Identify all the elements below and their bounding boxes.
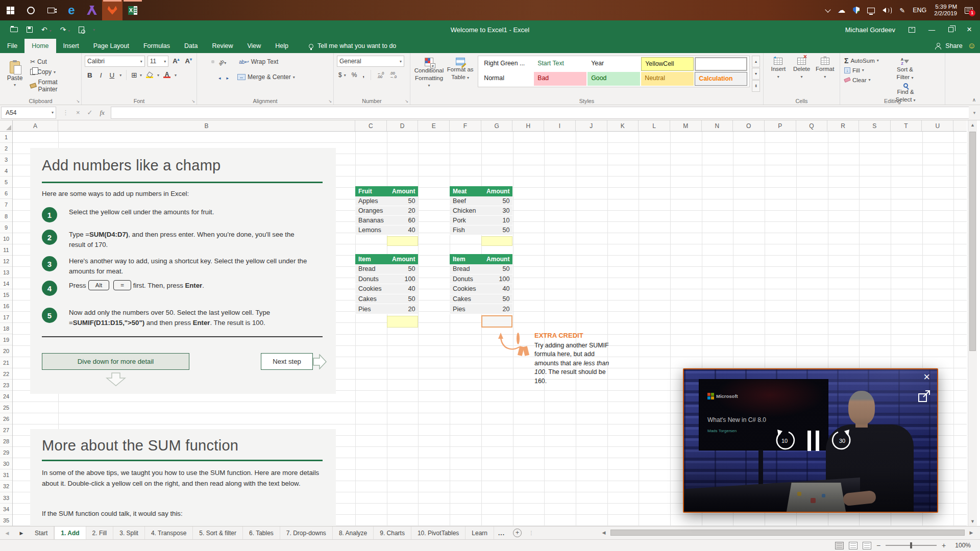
- table-row[interactable]: Beef50: [450, 196, 512, 206]
- row-header[interactable]: 26: [0, 413, 12, 424]
- column-header[interactable]: U: [922, 120, 953, 131]
- ribbon-tab[interactable]: File: [0, 39, 24, 53]
- cell-style[interactable]: Normal: [480, 72, 533, 86]
- open-icon[interactable]: [10, 27, 18, 32]
- visual-studio-button[interactable]: [82, 0, 102, 20]
- row-header[interactable]: 5: [0, 177, 12, 188]
- middle-align-button[interactable]: [206, 60, 209, 63]
- onedrive-icon[interactable]: ☁: [838, 6, 845, 15]
- cell-style[interactable]: [695, 57, 747, 71]
- normal-view-icon[interactable]: [835, 542, 844, 549]
- shrink-font-button[interactable]: A▾: [184, 57, 193, 65]
- page-break-view-icon[interactable]: [863, 542, 871, 549]
- increase-decimal-button[interactable]: ←.0.00: [376, 71, 386, 79]
- row-header[interactable]: 27: [0, 424, 12, 436]
- insert-cells-button[interactable]: Insert▾: [767, 56, 790, 96]
- name-box[interactable]: A54▾: [1, 107, 56, 119]
- accounting-format-button[interactable]: $▾: [337, 71, 348, 79]
- grow-font-button[interactable]: A▴: [171, 57, 181, 65]
- video-overlay[interactable]: Microsoft What's New in C# 8.0 Mads Torg…: [683, 368, 938, 513]
- table-row[interactable]: Cookies40: [450, 284, 512, 294]
- cell-style[interactable]: Bad: [534, 72, 586, 86]
- task-view-button[interactable]: [41, 0, 61, 20]
- fruit-sum-cell[interactable]: [387, 236, 419, 246]
- row-header[interactable]: 7: [0, 199, 12, 210]
- edge-button[interactable]: e: [61, 0, 82, 20]
- cell-style[interactable]: Start Text: [534, 57, 586, 71]
- share-button[interactable]: Share: [935, 39, 967, 53]
- sheet-tab[interactable]: 7. Drop-downs: [280, 527, 333, 539]
- row-header[interactable]: 12: [0, 256, 12, 267]
- zoom-in-icon[interactable]: +: [942, 541, 946, 549]
- column-header[interactable]: C: [355, 120, 387, 131]
- row-header[interactable]: 8: [0, 211, 12, 222]
- dive-down-button[interactable]: Dive down for more detail: [42, 353, 189, 370]
- zoom-slider[interactable]: [886, 545, 937, 546]
- dialog-launcher-icon[interactable]: ↘: [76, 99, 80, 104]
- cut-button[interactable]: ✂Cut: [29, 58, 78, 66]
- column-header[interactable]: B: [58, 120, 355, 131]
- formula-input[interactable]: [111, 107, 969, 119]
- sheet-tab[interactable]: 8. Analyze: [333, 527, 374, 539]
- dialog-launcher-icon[interactable]: ↘: [328, 99, 332, 104]
- clear-button[interactable]: Clear▾: [843, 75, 892, 85]
- table-row[interactable]: Cakes50: [450, 294, 512, 305]
- collapse-ribbon-icon[interactable]: ∧: [972, 97, 976, 103]
- percent-style-button[interactable]: %: [350, 71, 359, 79]
- ribbon-tab[interactable]: Help: [268, 39, 296, 53]
- notification-icon[interactable]: 1: [965, 7, 973, 14]
- close-video-icon[interactable]: ×: [923, 370, 930, 384]
- row-header[interactable]: 6: [0, 188, 12, 199]
- font-family-select[interactable]: Calibri▾: [85, 56, 145, 67]
- clock[interactable]: 5:39 PM2/2/2019: [934, 4, 957, 17]
- row-header[interactable]: 25: [0, 402, 12, 413]
- row-header[interactable]: 9: [0, 222, 12, 233]
- search-button[interactable]: [20, 0, 41, 20]
- column-header[interactable]: Q: [796, 120, 828, 131]
- insert-function-icon[interactable]: fx: [100, 109, 105, 117]
- meat-sum-cell[interactable]: [481, 236, 513, 246]
- zoom-level[interactable]: 100%: [955, 542, 971, 549]
- volume-icon[interactable]: [883, 7, 892, 14]
- table-row[interactable]: Oranges20: [355, 206, 418, 216]
- row-header[interactable]: 24: [0, 391, 12, 402]
- zoom-out-icon[interactable]: −: [876, 541, 880, 549]
- column-header[interactable]: K: [607, 120, 639, 131]
- column-header[interactable]: E: [418, 120, 450, 131]
- row-header[interactable]: 34: [0, 504, 12, 515]
- column-header[interactable]: D: [387, 120, 419, 131]
- row-header[interactable]: 20: [0, 345, 12, 357]
- column-header[interactable]: T: [891, 120, 922, 131]
- bottom-align-button[interactable]: [211, 60, 214, 63]
- row-header[interactable]: 22: [0, 368, 12, 380]
- pause-button[interactable]: [807, 431, 811, 451]
- row-header[interactable]: 18: [0, 323, 12, 334]
- paste-button[interactable]: Paste▾: [3, 56, 27, 92]
- row-header[interactable]: 32: [0, 481, 12, 492]
- table-row[interactable]: Lemons40: [355, 226, 418, 235]
- row-header[interactable]: 19: [0, 334, 12, 345]
- enter-icon[interactable]: ✓: [87, 109, 93, 116]
- column-header[interactable]: N: [702, 120, 733, 131]
- row-header[interactable]: 10: [0, 233, 12, 244]
- borders-button[interactable]: ⊞: [131, 71, 137, 79]
- vertical-scroll-thumb[interactable]: [969, 132, 976, 351]
- column-header[interactable]: F: [450, 120, 481, 131]
- table-row[interactable]: Pies20: [355, 304, 418, 314]
- scroll-left-icon[interactable]: ◀: [599, 530, 608, 535]
- column-header[interactable]: L: [639, 120, 670, 131]
- ribbon-tab[interactable]: Insert: [56, 39, 86, 53]
- tabs-scroll-left-icon[interactable]: ◀: [0, 527, 14, 539]
- row-header[interactable]: 1: [0, 132, 12, 143]
- sheet-tab[interactable]: 9. Charts: [374, 527, 411, 539]
- cell-style[interactable]: Year: [587, 57, 640, 71]
- row-header[interactable]: 21: [0, 357, 12, 368]
- expand-formula-bar-icon[interactable]: ▾: [969, 110, 980, 115]
- table-row[interactable]: Chicken30: [450, 206, 512, 216]
- excel-taskbar-button[interactable]: X: [122, 0, 143, 20]
- vertical-scrollbar[interactable]: ▲ ▼: [968, 120, 977, 526]
- scroll-down-icon[interactable]: ▼: [968, 517, 977, 526]
- row-header[interactable]: 2: [0, 143, 12, 154]
- sheet-tab[interactable]: 2. Fill: [86, 527, 114, 539]
- row-header[interactable]: 3: [0, 154, 12, 165]
